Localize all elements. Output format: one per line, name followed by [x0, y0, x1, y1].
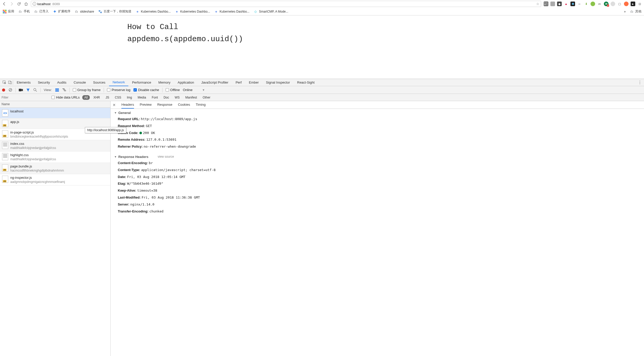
close-detail-icon[interactable]: ✕: [113, 103, 116, 107]
site-info-icon[interactable]: i: [33, 2, 36, 6]
request-row[interactable]: highlight.cssmaldlhiallkfciipjnedanjjpnf…: [0, 152, 110, 163]
hide-data-urls-checkbox[interactable]: Hide data URLs: [51, 95, 80, 99]
devtools-menu-icon[interactable]: ⋮: [637, 80, 642, 85]
record-button[interactable]: [2, 88, 5, 92]
ext-badge-icon[interactable]: ⟳1: [604, 2, 609, 6]
general-section-header[interactable]: ▼General: [111, 109, 644, 116]
devtools-tab-sources[interactable]: Sources: [90, 79, 109, 86]
request-row[interactable]: page.bundle.jshacmcodfllhbnekmghgdlplbdn…: [0, 163, 110, 174]
bookmark-star-icon[interactable]: ☆: [536, 2, 539, 6]
request-row[interactable]: index.cssmaldlhiallkfciipjnedanjjpnfaljp…: [0, 140, 110, 152]
group-by-frame-checkbox[interactable]: Group by frame: [73, 88, 101, 92]
ext-m-icon[interactable]: m: [597, 2, 602, 6]
offline-checkbox[interactable]: Offline: [166, 88, 180, 92]
filter-type-css[interactable]: CSS: [113, 95, 123, 100]
ext-diamond-icon[interactable]: ◆: [557, 2, 562, 6]
throttling-select[interactable]: Online▾: [183, 88, 205, 92]
filter-type-ws[interactable]: WS: [173, 95, 182, 100]
ext-dark-icon[interactable]: ▸: [631, 2, 635, 6]
filter-type-xhr[interactable]: XHR: [91, 95, 102, 100]
reload-button[interactable]: [16, 2, 21, 6]
devtools-tab-ember[interactable]: Ember: [245, 79, 262, 86]
bookmark-item[interactable]: ✚扩展程序: [53, 9, 70, 14]
devtools-tab-console[interactable]: Console: [70, 79, 90, 86]
bookmark-item[interactable]: 🗀slideshare: [75, 10, 94, 14]
other-bookmarks[interactable]: 🗀其他: [630, 9, 641, 14]
filter-icon[interactable]: [26, 88, 30, 92]
filter-type-manifest[interactable]: Manifest: [183, 95, 199, 100]
request-row[interactable]: ng-inspector.jsaadgmnobpdmgmigaicncghmmo…: [0, 174, 110, 185]
devtools-tab-audits[interactable]: Audits: [53, 79, 70, 86]
clear-button[interactable]: [8, 88, 12, 92]
view-waterfall-icon[interactable]: [62, 88, 66, 92]
camera-icon[interactable]: [19, 88, 23, 92]
bookmark-item[interactable]: ⎈Kubernetes Dashbo...: [175, 10, 210, 14]
view-large-icon[interactable]: [55, 88, 59, 92]
devtools-tab-application[interactable]: Application: [174, 79, 198, 86]
detail-tab-response[interactable]: Response: [157, 101, 172, 109]
home-button[interactable]: [24, 2, 28, 6]
file-html-icon: <>: [2, 109, 8, 117]
bookmark-item[interactable]: 🗀手机: [18, 9, 30, 14]
view-source-link[interactable]: view source: [158, 155, 174, 158]
filter-type-js[interactable]: JS: [103, 95, 111, 100]
request-row[interactable]: <>localhost: [0, 108, 110, 118]
bookmark-item[interactable]: 🗀已导入: [34, 9, 49, 14]
devtools-tab-javascript-profiler[interactable]: JavaScript Profiler: [198, 79, 232, 86]
ext-orange-icon[interactable]: [624, 2, 629, 6]
devtools-tab-security[interactable]: Security: [34, 79, 53, 86]
ext-link-icon[interactable]: ∞: [577, 2, 582, 6]
ext-last-icon[interactable]: ⊡: [637, 2, 642, 6]
bookmark-item[interactable]: 应用: [3, 9, 14, 14]
inspect-element-icon[interactable]: [2, 81, 7, 84]
devtools-tab-performance[interactable]: Performance: [128, 79, 155, 86]
filter-type-other[interactable]: Other: [201, 95, 212, 100]
search-icon[interactable]: [33, 88, 37, 92]
ext-chat-icon[interactable]: ▢: [617, 2, 622, 6]
bookmark-item[interactable]: 🐾百度一下，你就知道: [98, 9, 131, 14]
url-port: :8089: [51, 2, 60, 6]
filter-type-doc[interactable]: Doc: [162, 95, 171, 100]
detail-tab-headers[interactable]: Headers: [121, 101, 134, 109]
filter-type-media[interactable]: Media: [136, 95, 148, 100]
ext-angular-icon[interactable]: ▲: [564, 2, 568, 6]
bookmarks-overflow[interactable]: »: [624, 10, 626, 13]
ext-grey-icon[interactable]: [550, 2, 555, 6]
detail-tab-cookies[interactable]: Cookies: [178, 101, 190, 109]
disable-cache-checkbox[interactable]: ✓Disable cache: [133, 88, 159, 92]
devtools-tab-react-sight[interactable]: React-Sight: [293, 79, 318, 86]
devtools-tab-network[interactable]: Network: [109, 79, 129, 86]
devtools-tab-elements[interactable]: Elements: [13, 79, 34, 86]
filter-type-img[interactable]: Img: [125, 95, 134, 100]
back-button[interactable]: [2, 2, 7, 6]
network-body: Name <>localhostapp.jsin-page-script.jsb…: [0, 101, 644, 356]
header-key: Date:: [118, 175, 126, 179]
ext-download-icon[interactable]: ⬇: [584, 2, 588, 6]
collapse-icon: ▼: [114, 155, 117, 158]
detail-tab-timing[interactable]: Timing: [196, 101, 206, 109]
filter-input[interactable]: [0, 94, 51, 101]
ext-binary-icon[interactable]: 01010011: [544, 2, 548, 6]
address-bar[interactable]: i localhost:8089 ☆: [31, 1, 541, 7]
devtools-tab-perf[interactable]: Perf: [232, 79, 245, 86]
ext-green-icon[interactable]: [591, 2, 595, 6]
filter-type-all[interactable]: All: [82, 95, 90, 100]
bookmark-item[interactable]: ⎈Kubernetes Dashbo...: [136, 10, 171, 14]
devtools-tab-signal-inspector[interactable]: Signal Inspector: [262, 79, 293, 86]
device-toggle-icon[interactable]: [7, 81, 13, 84]
request-name: localhost: [10, 109, 23, 113]
ext-gray2-icon[interactable]: [611, 2, 615, 6]
bookmark-icon: ⎈: [136, 10, 140, 14]
devtools-tab-memory[interactable]: Memory: [155, 79, 174, 86]
bookmark-item[interactable]: ◇SmartCMP, A Mode...: [254, 10, 288, 14]
ext-snowflake-icon[interactable]: ✱: [570, 2, 575, 6]
bookmark-icon: 🗀: [75, 10, 79, 14]
preserve-log-checkbox[interactable]: Preserve log: [107, 88, 130, 92]
header-key: Etag:: [118, 182, 126, 185]
forward-button[interactable]: [9, 2, 14, 6]
bookmark-item[interactable]: ⎈Kubernetes Dashbo...: [214, 10, 249, 14]
filter-type-font[interactable]: Font: [150, 95, 160, 100]
detail-tab-preview[interactable]: Preview: [140, 101, 151, 109]
header-value: 200 OK: [143, 131, 155, 135]
response-headers-section-header[interactable]: ▼Response Headersview source: [111, 153, 644, 160]
